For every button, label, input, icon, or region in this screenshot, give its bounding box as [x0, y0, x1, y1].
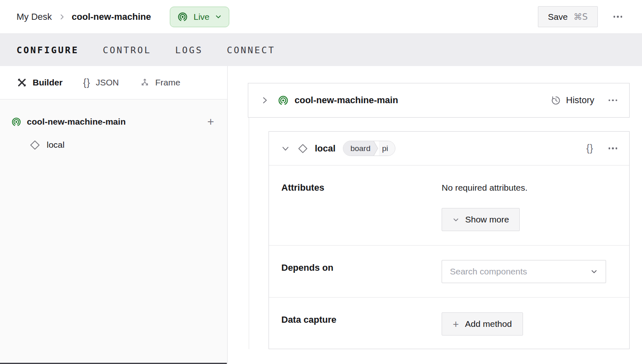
part-card-title: cool-new-machine-main — [295, 95, 398, 106]
tab-configure[interactable]: CONFIGURE — [17, 43, 79, 57]
config-sidebar: Builder {} JSON Frame cool-new-machine-m… — [0, 66, 228, 364]
resource-tree: cool-new-machine-main + local — [0, 99, 227, 156]
depends-on-label: Depends on — [281, 246, 442, 297]
history-label: History — [566, 95, 594, 106]
add-resource-button[interactable]: + — [207, 116, 214, 128]
tab-connect[interactable]: CONNECT — [227, 43, 275, 57]
json-toggle-button[interactable]: {} — [586, 143, 593, 154]
depends-on-placeholder: Search components — [450, 267, 527, 277]
chevron-down-icon — [590, 268, 598, 275]
plus-icon: + — [453, 319, 459, 329]
component-menu-button[interactable] — [608, 147, 618, 149]
component-name: local — [47, 140, 64, 150]
tree-component-row[interactable]: local — [0, 133, 227, 156]
tree-indent-line — [249, 118, 249, 349]
part-card: cool-new-machine-main History — [248, 83, 630, 118]
part-name: cool-new-machine-main — [27, 117, 126, 127]
dot-icon — [621, 16, 623, 18]
view-tab-label: Builder — [33, 78, 62, 87]
machine-nav-tabbar: CONFIGURE CONTROL LOGS CONNECT — [0, 34, 642, 66]
show-more-label: Show more — [465, 215, 509, 225]
dot-icon — [612, 147, 614, 149]
live-status-label: Live — [193, 12, 209, 22]
chevron-right-icon — [58, 13, 66, 21]
view-tab-frame[interactable]: Frame — [140, 78, 181, 88]
save-button-label: Save — [548, 12, 568, 22]
attributes-label: Attributes — [281, 165, 442, 245]
view-tab-label: JSON — [96, 78, 119, 87]
show-more-button[interactable]: Show more — [442, 208, 520, 231]
diamond-icon — [29, 139, 40, 151]
view-tab-builder[interactable]: Builder — [17, 77, 62, 88]
chevron-down-icon — [281, 144, 290, 153]
part-card-menu-button[interactable] — [608, 99, 618, 102]
component-type: board — [343, 141, 373, 156]
depends-on-section: Depends on Search components — [269, 245, 629, 297]
dot-icon — [616, 147, 618, 149]
dot-icon — [612, 99, 614, 102]
tab-logs[interactable]: LOGS — [175, 43, 203, 57]
collapse-component-button[interactable] — [281, 144, 290, 153]
dot-icon — [613, 16, 616, 18]
topbar-overflow-menu-button[interactable] — [613, 16, 623, 18]
depends-on-select[interactable]: Search components — [442, 260, 606, 283]
frame-axes-icon — [140, 78, 150, 88]
chevron-right-icon — [261, 96, 269, 104]
view-tab-json[interactable]: {} JSON — [83, 77, 119, 88]
machine-name: cool-new-machine — [72, 12, 151, 22]
dot-icon — [609, 147, 611, 149]
component-type-chip: board pi — [343, 141, 395, 156]
config-view-tabs: Builder {} JSON Frame — [0, 66, 227, 99]
attributes-empty-text: No required attributes. — [442, 165, 629, 193]
breadcrumb-root-link[interactable]: My Desk — [17, 12, 52, 22]
tab-control[interactable]: CONTROL — [103, 43, 151, 57]
component-card-header: local board pi {} — [269, 132, 629, 165]
save-button[interactable]: Save ⌘S — [538, 6, 597, 27]
component-card-title: local — [315, 143, 335, 154]
data-capture-section: Data capture + Add method — [269, 297, 629, 349]
broadcast-icon — [11, 117, 21, 127]
dot-icon — [616, 99, 618, 102]
dot-icon — [609, 99, 611, 102]
broadcast-icon — [177, 12, 188, 22]
chevron-down-icon — [452, 216, 459, 223]
diamond-icon — [297, 143, 308, 154]
breadcrumb: My Desk cool-new-machine — [17, 12, 151, 22]
braces-icon: {} — [83, 77, 90, 88]
history-icon — [551, 95, 561, 106]
live-status-dropdown[interactable]: Live — [170, 7, 229, 27]
component-card: local board pi {} Attributes No required… — [269, 131, 630, 349]
chevron-down-icon — [215, 13, 222, 20]
history-button[interactable]: History — [551, 95, 594, 106]
component-model: pi — [379, 141, 395, 156]
expand-part-button[interactable] — [261, 96, 269, 104]
dot-icon — [617, 16, 619, 18]
data-capture-label: Data capture — [281, 298, 442, 349]
broadcast-icon — [278, 95, 289, 106]
add-method-button[interactable]: + Add method — [442, 312, 523, 336]
save-shortcut-hint: ⌘S — [573, 12, 587, 22]
chip-chevron-divider — [373, 141, 379, 156]
tree-part-row[interactable]: cool-new-machine-main + — [0, 110, 227, 133]
add-method-label: Add method — [465, 319, 512, 329]
top-bar: My Desk cool-new-machine Live Save ⌘S — [0, 0, 642, 34]
view-tab-label: Frame — [155, 78, 181, 87]
attributes-section: Attributes No required attributes. Show … — [269, 165, 629, 245]
crossed-tools-icon — [17, 77, 27, 88]
